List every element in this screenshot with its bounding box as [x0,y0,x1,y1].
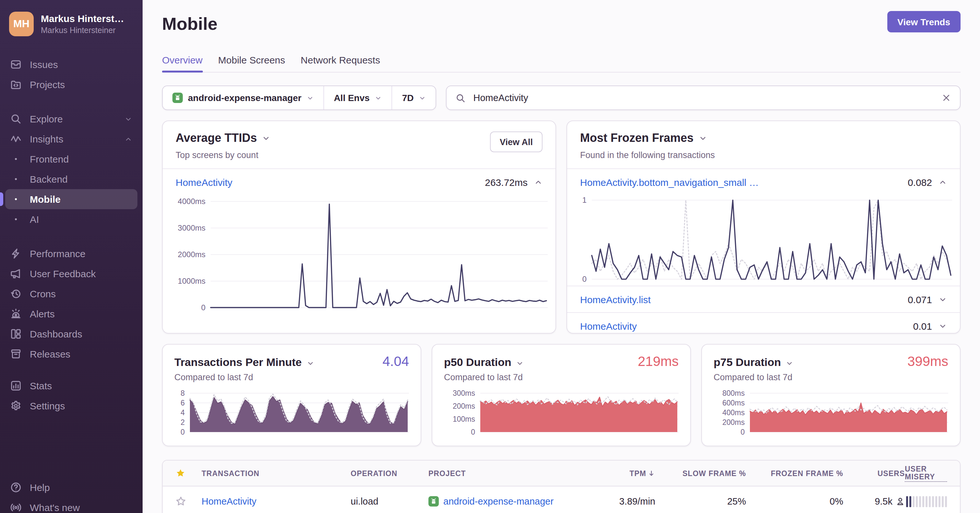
projects-icon [10,79,21,90]
svg-text:0: 0 [582,275,587,283]
user-name: Markus Hinterst… [41,13,124,24]
transaction-link[interactable]: HomeActivity.list [580,294,651,305]
sidebar-item-issues[interactable]: Issues [0,54,143,75]
transaction-link[interactable]: HomeActivity [202,496,351,507]
search-icon [10,113,21,124]
column-header-slow-frame[interactable]: SLOW FRAME % [655,469,746,477]
project-cell: android-expense-manager [428,496,584,507]
search-input[interactable] [472,92,935,104]
date-range-selector[interactable]: 7D [392,86,436,110]
sidebar-item-performance[interactable]: Performance [0,243,143,264]
sidebar-item-dashboards[interactable]: Dashboards [0,324,143,344]
column-header-transaction[interactable]: TRANSACTION [202,469,351,477]
lightning-icon [10,248,21,259]
android-icon [428,496,439,507]
clock-icon [10,288,21,299]
environment-selector[interactable]: All Envs [323,86,392,110]
sidebar-item-label: Mobile [30,194,60,205]
page-title: Mobile [162,13,961,35]
archive-icon [10,348,21,359]
transaction-link[interactable]: HomeActivity.bottom_navigation_small … [580,176,759,187]
sidebar-item-label: Backend [30,173,68,184]
bullet-icon [10,198,21,200]
column-header-operation[interactable]: OPERATION [351,469,428,477]
chevron-down-icon [124,115,132,123]
sidebar-item-alerts[interactable]: Alerts [0,304,143,324]
environment-selector-label: All Envs [334,93,370,103]
bar-chart-icon [10,380,21,391]
favorite-star-outline-icon[interactable] [176,496,186,507]
chevron-down-icon[interactable] [939,295,947,303]
svg-text:800ms: 800ms [722,389,745,397]
chevron-down-icon[interactable] [939,322,947,330]
avatar: MH [9,12,34,36]
column-header-tpm[interactable]: TPM [584,469,655,477]
transaction-link[interactable]: HomeActivity [176,176,232,187]
most-frozen-frames-card: Most Frozen Frames Found in the followin… [566,121,961,334]
svg-text:400ms: 400ms [722,408,745,417]
p75-chart: 800ms600ms400ms200ms0 [714,388,948,436]
close-icon[interactable] [942,93,951,102]
table-row: HomeActivity ui.load android-expense-man… [163,486,960,513]
chevron-down-icon[interactable] [516,359,524,367]
insights-icon [10,133,21,145]
sidebar-item-stats[interactable]: Stats [0,376,143,396]
svg-text:0: 0 [740,428,745,436]
sidebar-item-explore[interactable]: Explore [0,109,143,129]
sidebar-item-help[interactable]: Help [0,477,143,497]
sidebar-item-label: Releases [30,348,70,359]
view-all-button[interactable]: View All [490,132,542,152]
p75-duration-card: p75 Duration 399ms Compared to last 7d 8… [701,344,961,446]
sidebar-item-ai[interactable]: AI [0,209,143,229]
sidebar-item-user-feedback[interactable]: User Feedback [0,264,143,284]
chevron-down-icon[interactable] [786,359,793,367]
sidebar-item-releases[interactable]: Releases [0,344,143,364]
sidebar-item-whats-new[interactable]: What's new [0,497,143,513]
column-header-project[interactable]: PROJECT [428,469,584,477]
frozen-frame-cell: 0% [746,496,843,507]
chevron-down-icon[interactable] [699,134,707,143]
project-link[interactable]: android-expense-manager [443,496,554,507]
svg-text:6: 6 [180,399,185,407]
view-trends-button[interactable]: View Trends [887,11,961,32]
sidebar-item-label: User Feedback [30,268,95,279]
bullet-icon [10,178,21,180]
sidebar-item-backend[interactable]: Backend [0,169,143,189]
chevron-up-icon[interactable] [534,178,542,186]
column-header-frozen-frame[interactable]: FROZEN FRAME % [746,469,843,477]
tab-network-requests[interactable]: Network Requests [301,54,380,72]
chevron-down-icon[interactable] [262,134,270,143]
svg-text:4000ms: 4000ms [178,197,205,206]
column-header-user-misery[interactable]: USER MISERY [905,465,947,481]
sidebar-item-frontend[interactable]: Frontend [0,149,143,169]
tpm-card: Transactions Per Minute 4.04 Compared to… [162,344,421,446]
tab-overview[interactable]: Overview [162,54,202,72]
sidebar-item-crons[interactable]: Crons [0,284,143,304]
p50-duration-card: p50 Duration 219ms Compared to last 7d 3… [432,344,691,446]
metric-title: p50 Duration [444,356,524,369]
chevron-up-icon[interactable] [939,178,947,186]
user-menu[interactable]: MH Markus Hinterst… Markus Hintersteiner [0,0,143,39]
svg-text:300ms: 300ms [453,389,475,397]
bullet-icon [10,218,21,221]
svg-text:8: 8 [180,389,185,397]
metric-title: p75 Duration [714,356,793,369]
user-icon [896,497,905,506]
sidebar-item-projects[interactable]: Projects [0,75,143,95]
filter-bar: android-expense-manager All Envs 7D [162,86,961,110]
project-selector[interactable]: android-expense-manager [163,86,323,110]
svg-text:600ms: 600ms [722,399,745,407]
project-selector-label: android-expense-manager [188,93,301,103]
sidebar-item-settings[interactable]: Settings [0,396,143,416]
column-header-users[interactable]: USERS [843,469,905,477]
siren-icon [10,308,21,319]
card-title: Average TTIDs [176,132,270,145]
sidebar-item-mobile[interactable]: Mobile [5,189,137,209]
sidebar-item-insights[interactable]: Insights [0,129,143,149]
svg-text:200ms: 200ms [722,418,745,427]
chevron-down-icon[interactable] [306,359,314,367]
sidebar-footer: Help What's new [0,477,143,513]
sidebar-item-label: Stats [30,380,52,391]
tab-mobile-screens[interactable]: Mobile Screens [218,54,285,72]
transaction-link[interactable]: HomeActivity [580,320,637,331]
